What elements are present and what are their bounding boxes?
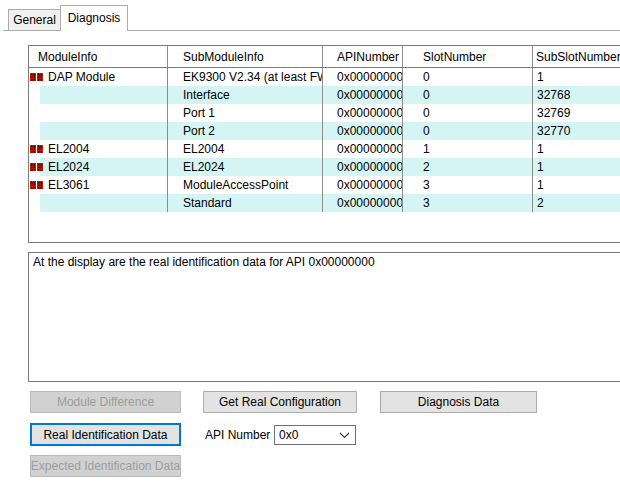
row-gutter bbox=[29, 86, 40, 104]
cell-subslotnumber: 32768 bbox=[533, 86, 620, 104]
column-header-moduleinfo[interactable]: ModuleInfo bbox=[29, 46, 168, 67]
diagnosis-data-button[interactable]: Diagnosis Data bbox=[380, 391, 537, 413]
real-identification-data-button[interactable]: Real Identification Data bbox=[30, 423, 181, 446]
get-real-configuration-button[interactable]: Get Real Configuration bbox=[203, 391, 357, 413]
cell-apinumber: 0x00000000 bbox=[323, 86, 403, 104]
table-row[interactable]: Port 2 0x00000000 0 32770 bbox=[29, 122, 620, 140]
cell-moduleinfo: EL3061 bbox=[40, 176, 168, 194]
tab-general[interactable]: General bbox=[8, 9, 61, 31]
cell-slotnumber: 0 bbox=[403, 68, 533, 86]
table-header: ModuleInfo SubModuleInfo APINumber SlotN… bbox=[29, 46, 620, 68]
row-gutter bbox=[29, 122, 40, 140]
cell-moduleinfo bbox=[40, 86, 168, 104]
cell-slotnumber: 0 bbox=[403, 122, 533, 140]
api-number-value: 0x0 bbox=[279, 428, 298, 442]
cell-submoduleinfo: Standard bbox=[168, 194, 323, 212]
cell-slotnumber: 1 bbox=[403, 140, 533, 158]
cell-subslotnumber: 1 bbox=[533, 158, 620, 176]
cell-slotnumber: 0 bbox=[403, 104, 533, 122]
table-row[interactable]: Interface 0x00000000 0 32768 bbox=[29, 86, 620, 104]
column-header-apinumber[interactable]: APINumber bbox=[323, 46, 403, 67]
row-gutter bbox=[29, 104, 40, 122]
cell-apinumber: 0x00000000 bbox=[323, 140, 403, 158]
cell-submoduleinfo: Port 2 bbox=[168, 122, 323, 140]
module-difference-button: Module Difference bbox=[30, 391, 181, 413]
cell-submoduleinfo: EL2004 bbox=[168, 140, 323, 158]
table-row[interactable]: EL2024 EL2024 0x00000000 2 1 bbox=[29, 158, 620, 176]
cell-apinumber: 0x00000000 bbox=[323, 176, 403, 194]
column-header-slotnumber[interactable]: SlotNumber bbox=[403, 46, 533, 67]
cell-subslotnumber: 1 bbox=[533, 68, 620, 86]
cell-apinumber: 0x00000000 bbox=[323, 158, 403, 176]
info-textbox[interactable]: At the display are the real identificati… bbox=[28, 252, 620, 382]
column-header-submoduleinfo[interactable]: SubModuleInfo bbox=[168, 46, 323, 67]
chevron-down-icon bbox=[339, 432, 350, 439]
module-icon bbox=[30, 179, 44, 191]
cell-moduleinfo: EL2024 bbox=[40, 158, 168, 176]
table-row[interactable]: Port 1 0x00000000 0 32769 bbox=[29, 104, 620, 122]
cell-submoduleinfo: ModuleAccessPoint bbox=[168, 176, 323, 194]
cell-subslotnumber: 1 bbox=[533, 140, 620, 158]
table-row[interactable]: Standard 0x00000000 3 2 bbox=[29, 194, 620, 212]
cell-apinumber: 0x00000000 bbox=[323, 104, 403, 122]
module-icon bbox=[30, 71, 44, 83]
cell-slotnumber: 3 bbox=[403, 176, 533, 194]
cell-moduleinfo bbox=[40, 122, 168, 140]
table-row[interactable]: DAP Module EK9300 V2.34 (at least FW... … bbox=[29, 68, 620, 86]
cell-submoduleinfo: Interface bbox=[168, 86, 323, 104]
cell-subslotnumber: 2 bbox=[533, 194, 620, 212]
cell-submoduleinfo: Port 1 bbox=[168, 104, 323, 122]
table-row[interactable]: EL3061 ModuleAccessPoint 0x00000000 3 1 bbox=[29, 176, 620, 194]
cell-slotnumber: 2 bbox=[403, 158, 533, 176]
cell-slotnumber: 3 bbox=[403, 194, 533, 212]
module-icon bbox=[30, 143, 44, 155]
cell-submoduleinfo: EK9300 V2.34 (at least FW... bbox=[168, 68, 323, 86]
cell-moduleinfo: EL2004 bbox=[40, 140, 168, 158]
table-row[interactable]: EL2004 EL2004 0x00000000 1 1 bbox=[29, 140, 620, 158]
cell-slotnumber: 0 bbox=[403, 86, 533, 104]
cell-apinumber: 0x00000000 bbox=[323, 194, 403, 212]
cell-moduleinfo bbox=[40, 104, 168, 122]
cell-moduleinfo: DAP Module bbox=[40, 68, 168, 86]
cell-moduleinfo bbox=[40, 194, 168, 212]
tab-diagnosis[interactable]: Diagnosis bbox=[60, 5, 128, 31]
module-table: ModuleInfo SubModuleInfo APINumber SlotN… bbox=[28, 45, 620, 243]
cell-apinumber: 0x00000000 bbox=[323, 122, 403, 140]
cell-subslotnumber: 1 bbox=[533, 176, 620, 194]
diagnosis-tab-page: { "tabs": { "general": "General", "diagn… bbox=[0, 0, 620, 485]
api-number-dropdown[interactable]: 0x0 bbox=[274, 425, 356, 445]
row-gutter bbox=[29, 194, 40, 212]
cell-subslotnumber: 32769 bbox=[533, 104, 620, 122]
cell-subslotnumber: 32770 bbox=[533, 122, 620, 140]
expected-identification-data-button: Expected Identification Data bbox=[30, 455, 181, 477]
cell-apinumber: 0x00000000 bbox=[323, 68, 403, 86]
cell-submoduleinfo: EL2024 bbox=[168, 158, 323, 176]
column-header-subslotnumber[interactable]: SubSlotNumber bbox=[533, 46, 620, 67]
api-number-label: API Number bbox=[205, 425, 270, 445]
module-icon bbox=[30, 161, 44, 173]
